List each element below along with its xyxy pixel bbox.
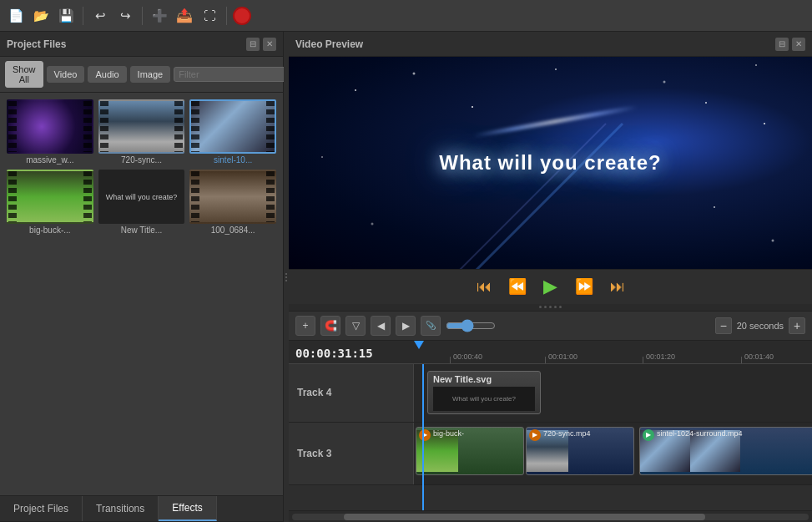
drag-dot-2: [285, 276, 287, 278]
save-button[interactable]: 💾: [55, 5, 77, 27]
tab-project-files[interactable]: Project Files: [0, 496, 83, 521]
list-item[interactable]: sintel-10...: [189, 99, 276, 165]
clip-label-sintel: sintel-1024-surround.mp4: [657, 429, 743, 438]
timeline-content: 00:00:31:15 00:00:40 00:01:00 00:01:20 0…: [289, 341, 812, 523]
time-marker: 00:00:40: [453, 352, 482, 361]
thumb-label-sintel: sintel-10...: [189, 155, 276, 165]
toolbar-sep-1: [83, 7, 83, 25]
drag-dot-1: [285, 273, 287, 275]
play-button[interactable]: ▶: [537, 273, 564, 300]
list-item[interactable]: What will you create? New Title...: [98, 170, 185, 235]
svg-point-10: [714, 206, 715, 208]
track-4-label: Track 4: [289, 364, 414, 422]
export-button[interactable]: 📤: [174, 5, 195, 27]
panel-tabs: Project Files Transitions Effects: [0, 495, 283, 522]
filter-input[interactable]: [174, 67, 299, 82]
project-files-title: Project Files: [7, 38, 66, 50]
thumbnail-720sync: [98, 99, 185, 154]
timeline-resize-handle[interactable]: [289, 304, 812, 311]
tab-effects[interactable]: Effects: [159, 496, 216, 521]
video-resize-button[interactable]: ⊟: [775, 38, 789, 51]
playhead-head: [418, 341, 424, 349]
new-button[interactable]: 📄: [5, 5, 27, 27]
tab-transitions[interactable]: Transitions: [83, 496, 159, 521]
time-ruler: 00:00:31:15 00:00:40 00:01:00 00:01:20 0…: [289, 341, 812, 364]
drag-dot-3: [285, 280, 287, 281]
scrollbar-track[interactable]: [292, 514, 809, 520]
time-tick: [450, 357, 451, 363]
rewind-to-start-button[interactable]: ⏮: [471, 273, 497, 300]
prev-marker-button[interactable]: ◀: [371, 316, 391, 336]
add-clip-button[interactable]: 📎: [421, 316, 441, 336]
track-3-content: ▶ big-buck- ▶ 720-sync.mp4: [414, 423, 812, 484]
svg-point-9: [371, 223, 374, 226]
video-filter-button[interactable]: Video: [47, 66, 85, 83]
title-clip-preview: What will you create?: [433, 387, 535, 411]
list-item[interactable]: 720-sync...: [98, 99, 185, 165]
panel-resize-button[interactable]: ⊟: [246, 38, 260, 51]
scrollbar-thumb[interactable]: [344, 514, 705, 520]
snap-button[interactable]: 🧲: [320, 316, 340, 336]
zoom-label: 20 seconds: [737, 321, 784, 331]
list-item[interactable]: massive_w...: [7, 99, 93, 165]
video-panel-controls: ⊟ ✕: [775, 38, 805, 51]
clip-label-bigbuck: big-buck-: [433, 429, 464, 438]
timeline-scrollbar: [289, 510, 812, 522]
svg-point-6: [755, 64, 757, 66]
track-area: Track 4 New Title.svg What will you crea…: [289, 364, 812, 511]
main-toolbar: 📄 📂 💾 ↩ ↪ ➕ 📤 ⛶: [0, 0, 812, 32]
clip-icon-bigbuck: ▶: [419, 429, 431, 441]
track-row-3: Track 3 ▶ big-buck- ▶: [289, 423, 812, 485]
filter-bar: Show All Video Audio Image 🔧: [0, 57, 283, 93]
project-files-header: Project Files ⊟ ✕: [0, 32, 283, 57]
current-time-display: 00:00:31:15: [295, 347, 373, 360]
fast-forward-button[interactable]: ⏩: [571, 273, 598, 300]
video-preview-header: Video Preview ⊟ ✕: [289, 32, 812, 57]
thumb-label-bigbuck: big-buck-...: [7, 226, 93, 235]
clip-sintel[interactable]: ▶ sintel-1024-surround.mp4: [639, 427, 812, 475]
track-row-4: Track 4 New Title.svg What will you crea…: [289, 364, 812, 423]
thumbnail-bedroom: [189, 170, 276, 224]
playback-controls: ⏮ ⏪ ▶ ⏩ ⏭: [289, 269, 812, 304]
panel-close-button[interactable]: ✕: [263, 38, 276, 51]
zoom-out-button[interactable]: −: [715, 317, 732, 334]
svg-point-2: [472, 106, 473, 108]
time-marker: 00:01:40: [744, 352, 774, 361]
time-marker: 00:01:20: [646, 352, 675, 361]
clip-720sync[interactable]: ▶ 720-sync.mp4: [526, 427, 634, 475]
zoom-slider[interactable]: [446, 319, 496, 332]
filter-timeline-button[interactable]: ▽: [345, 316, 366, 336]
open-button[interactable]: 📂: [30, 5, 52, 27]
main-layout: Project Files ⊟ ✕ Show All Video Audio I…: [0, 32, 812, 522]
undo-button[interactable]: ↩: [89, 5, 111, 27]
show-all-button[interactable]: Show All: [5, 61, 43, 88]
rewind-button[interactable]: ⏪: [504, 273, 531, 300]
video-close-button[interactable]: ✕: [792, 38, 805, 51]
list-item[interactable]: 100_0684...: [189, 170, 276, 235]
redo-button[interactable]: ↪: [114, 5, 136, 27]
time-tick: [545, 357, 546, 363]
toolbar-sep-2: [142, 7, 143, 25]
timeline-right-controls: − 20 seconds +: [715, 317, 805, 334]
svg-point-8: [321, 156, 323, 158]
list-item[interactable]: big-buck-...: [7, 170, 93, 235]
svg-point-5: [705, 102, 707, 104]
video-preview-area: What will you create?: [289, 57, 812, 269]
fast-forward-to-end-button[interactable]: ⏭: [604, 273, 631, 300]
add-button[interactable]: ➕: [149, 5, 170, 27]
thumb-label-720sync: 720-sync...: [98, 155, 185, 165]
timeline-section: + 🧲 ▽ ◀ ▶ 📎 − 20 seconds + 00:00:31:15: [289, 311, 812, 523]
next-marker-button[interactable]: ▶: [396, 316, 416, 336]
title-clip[interactable]: New Title.svg What will you create?: [427, 371, 541, 414]
record-button[interactable]: [233, 7, 251, 25]
fullscreen-button[interactable]: ⛶: [199, 5, 220, 27]
clip-bigbuck[interactable]: ▶ big-buck-: [416, 427, 524, 475]
toolbar-sep-3: [226, 7, 227, 25]
image-filter-button[interactable]: Image: [130, 66, 171, 83]
audio-filter-button[interactable]: Audio: [88, 66, 126, 83]
zoom-in-button[interactable]: +: [789, 317, 805, 334]
time-tick: [643, 357, 643, 363]
clip-icon-sintel: ▶: [643, 429, 654, 441]
thumb-label-massive: massive_w...: [7, 155, 93, 165]
add-track-button[interactable]: +: [295, 316, 315, 336]
